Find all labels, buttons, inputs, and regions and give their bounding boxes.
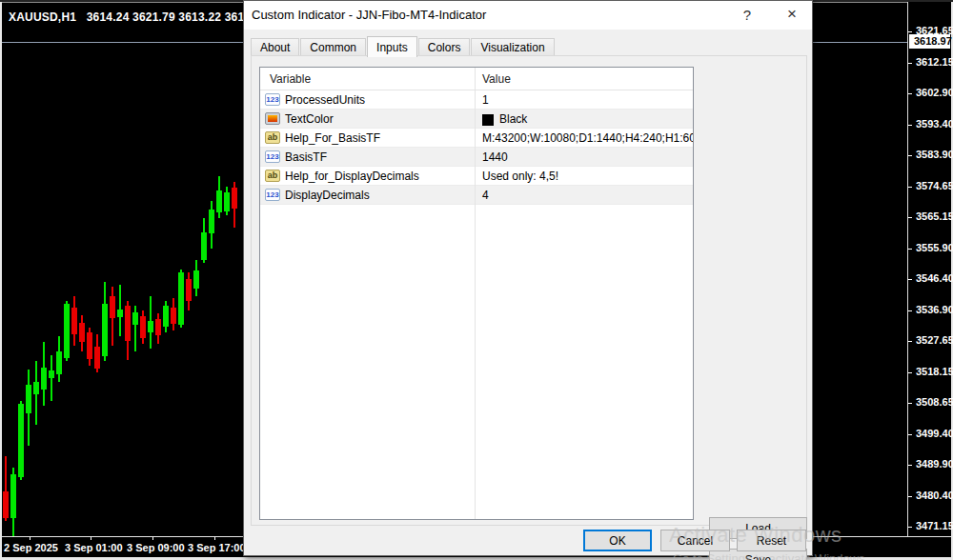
column-header-variable: Variable — [270, 72, 311, 86]
tab-colors[interactable]: Colors — [418, 38, 471, 56]
candle-body — [64, 304, 70, 358]
candle-body — [224, 192, 230, 211]
candle-body — [102, 304, 108, 356]
candle-body — [117, 310, 123, 317]
tab-inputs[interactable]: Inputs — [367, 36, 417, 57]
candle-body — [49, 370, 54, 378]
candle-body — [132, 312, 138, 325]
candle-body — [125, 306, 131, 341]
candle-body — [209, 210, 214, 233]
candle-body — [18, 404, 24, 477]
price-tick — [908, 372, 912, 373]
price-tick — [908, 279, 912, 280]
ok-button[interactable]: OK — [583, 530, 652, 551]
candle-body — [140, 316, 146, 338]
price-tick — [908, 465, 912, 466]
candle-body — [110, 296, 115, 318]
table-header: Variable Value — [260, 68, 693, 90]
candle-body — [193, 270, 199, 289]
close-icon[interactable]: × — [778, 4, 806, 26]
price-tick — [908, 434, 912, 435]
variable-value: Used only: 4,5! — [482, 170, 558, 183]
price-axis-label: 3471.15 — [916, 520, 953, 531]
variable-name: Help_for_DisplayDecimals — [285, 170, 419, 183]
dialog-title: Custom Indicator - JJN-Fibo-MT4-Indicato… — [252, 8, 486, 22]
cancel-button[interactable]: Cancel — [660, 530, 730, 551]
tab-visualization[interactable]: Visualization — [471, 38, 554, 56]
price-tick — [908, 403, 912, 404]
price-axis-label: 3489.90 — [916, 458, 953, 470]
price-axis-label: 3574.65 — [916, 180, 953, 191]
color-icon-swatch — [268, 115, 277, 122]
price-axis-label: 3499.40 — [916, 428, 953, 439]
candle-body — [163, 306, 169, 327]
price-tick — [908, 93, 912, 94]
price-axis-label: 3536.90 — [916, 304, 953, 315]
tab-bar: AboutCommonInputsColorsVisualization — [251, 37, 556, 56]
price-tick — [908, 63, 912, 64]
tab-common[interactable]: Common — [300, 38, 366, 56]
variable-value: 1 — [482, 93, 489, 107]
value-color-swatch — [482, 114, 494, 126]
table-row[interactable]: 123DisplayDecimals4 — [260, 186, 693, 205]
numeric-type-icon: 123 — [265, 189, 280, 201]
candle-body — [33, 382, 39, 394]
price-axis-label: 3621.65 — [916, 25, 953, 36]
candle-body — [232, 188, 237, 209]
column-header-value: Value — [482, 72, 511, 86]
candle-body — [216, 190, 222, 212]
candle-body — [94, 347, 100, 369]
candle-body — [186, 279, 192, 301]
price-axis-label: 3612.15 — [916, 56, 953, 68]
candle-body — [10, 474, 16, 518]
help-button[interactable]: ? — [735, 5, 760, 26]
candle-body — [87, 332, 92, 359]
text-type-icon: ab — [265, 170, 280, 182]
time-tick — [214, 537, 215, 540]
table-rows: 123ProcessedUnits1TextColorBlackabHelp_F… — [260, 90, 693, 205]
inputs-tab-page: Variable Value 123ProcessedUnits1TextCol… — [251, 55, 807, 526]
table-row[interactable]: abHelp_for_DisplayDecimalsUsed only: 4,5… — [260, 167, 693, 186]
numeric-type-icon: 123 — [265, 150, 280, 163]
candle-body — [148, 321, 153, 332]
reset-button[interactable]: Reset — [737, 530, 806, 551]
variable-name: TextColor — [285, 112, 334, 126]
table-row[interactable]: 123ProcessedUnits1 — [260, 90, 693, 110]
price-tick — [908, 155, 912, 156]
table-row[interactable]: TextColorBlack — [260, 110, 693, 129]
numeric-type-icon: 123 — [265, 93, 280, 106]
candle-body — [3, 491, 9, 518]
current-price-label: 3618.97 — [909, 34, 950, 49]
candle-body — [178, 272, 184, 325]
price-axis-label: 3480.40 — [916, 490, 953, 501]
price-axis-label: 3583.90 — [916, 149, 953, 160]
indicator-dialog: Custom Indicator - JJN-Fibo-MT4-Indicato… — [243, 0, 813, 556]
dialog-titlebar[interactable]: Custom Indicator - JJN-Fibo-MT4-Indicato… — [244, 1, 812, 30]
candle-body — [201, 232, 207, 260]
text-type-icon: ab — [265, 131, 280, 144]
variable-name: DisplayDecimals — [285, 189, 370, 202]
color-type-icon — [265, 112, 280, 125]
variable-name: BasisTF — [285, 150, 327, 164]
price-axis: 3618.97 3621.653612.153602.903593.403583… — [907, 2, 951, 536]
variable-name: ProcessedUnits — [285, 93, 365, 107]
price-tick — [908, 187, 912, 188]
table-row[interactable]: abHelp_For_BasisTFM:43200;W:10080;D1:144… — [260, 129, 693, 148]
price-axis-label: 3527.65 — [916, 334, 953, 346]
variable-name: Help_For_BasisTF — [285, 131, 380, 145]
price-axis-label: 3546.40 — [916, 272, 953, 284]
time-tick — [152, 537, 153, 540]
price-tick — [908, 310, 912, 311]
price-tick — [908, 249, 912, 250]
candle-body — [41, 368, 47, 390]
tab-about[interactable]: About — [251, 38, 299, 56]
variable-value: 1440 — [482, 150, 508, 164]
candle-body — [171, 308, 176, 324]
mt4-terminal-window: XAUUSD,H1 3614.24 3621.79 3613.22 3618.9… — [0, 0, 953, 560]
table-row[interactable]: 123BasisTF1440 — [260, 148, 693, 167]
time-tick — [30, 537, 30, 540]
price-axis-label: 3602.90 — [916, 87, 953, 98]
price-tick — [908, 31, 912, 32]
value-text: Black — [499, 112, 527, 126]
candle-body — [79, 323, 85, 342]
